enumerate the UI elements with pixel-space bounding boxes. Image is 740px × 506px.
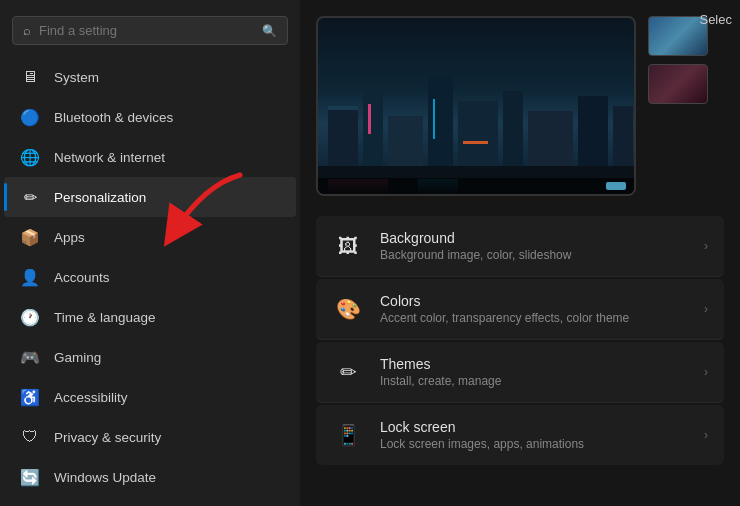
accounts-icon: 👤 — [20, 267, 40, 287]
sidebar-item-accounts[interactable]: 👤Accounts — [4, 257, 296, 297]
wallpaper-thumb-2[interactable] — [648, 64, 708, 104]
sidebar-item-accessibility[interactable]: ♿Accessibility — [4, 377, 296, 417]
privacy-icon: 🛡 — [20, 427, 40, 447]
colors-chevron-icon: › — [704, 302, 708, 316]
sidebar-item-label-apps: Apps — [54, 230, 85, 245]
colors-description: Accent color, transparency effects, colo… — [380, 311, 629, 325]
sidebar-item-label-system: System — [54, 70, 99, 85]
nav-list: 🖥System🔵Bluetooth & devices🌐Network & in… — [0, 57, 300, 497]
themes-icon: ✏ — [332, 356, 364, 388]
sidebar-item-gaming[interactable]: 🎮Gaming — [4, 337, 296, 377]
search-submit-icon: 🔍 — [262, 24, 277, 38]
lockscreen-title: Lock screen — [380, 419, 584, 435]
settings-item-colors[interactable]: 🎨ColorsAccent color, transparency effect… — [316, 279, 724, 340]
themes-description: Install, create, manage — [380, 374, 501, 388]
preview-area — [316, 16, 724, 196]
side-previews — [648, 16, 708, 196]
themes-title: Themes — [380, 356, 501, 372]
system-icon: 🖥 — [20, 67, 40, 87]
lockscreen-description: Lock screen images, apps, animations — [380, 437, 584, 451]
sidebar-item-label-bluetooth: Bluetooth & devices — [54, 110, 173, 125]
network-icon: 🌐 — [20, 147, 40, 167]
select-label: Selec — [691, 8, 740, 31]
gaming-icon: 🎮 — [20, 347, 40, 367]
apps-icon: 📦 — [20, 227, 40, 247]
sidebar-item-label-time: Time & language — [54, 310, 156, 325]
sidebar-item-label-accessibility: Accessibility — [54, 390, 128, 405]
sidebar-item-update[interactable]: 🔄Windows Update — [4, 457, 296, 497]
sidebar-item-privacy[interactable]: 🛡Privacy & security — [4, 417, 296, 457]
sidebar-item-label-privacy: Privacy & security — [54, 430, 161, 445]
settings-item-background[interactable]: 🖼BackgroundBackground image, color, slid… — [316, 216, 724, 277]
sidebar-item-label-accounts: Accounts — [54, 270, 110, 285]
search-input[interactable] — [39, 23, 254, 38]
sidebar-item-system[interactable]: 🖥System — [4, 57, 296, 97]
background-chevron-icon: › — [704, 239, 708, 253]
sidebar-item-label-update: Windows Update — [54, 470, 156, 485]
personalization-icon: ✏ — [20, 187, 40, 207]
background-description: Background image, color, slideshow — [380, 248, 571, 262]
themes-chevron-icon: › — [704, 365, 708, 379]
sidebar-item-label-network: Network & internet — [54, 150, 165, 165]
lockscreen-icon: 📱 — [332, 419, 364, 451]
colors-text: ColorsAccent color, transparency effects… — [380, 293, 629, 325]
lockscreen-chevron-icon: › — [704, 428, 708, 442]
main-content: Selec — [300, 0, 740, 506]
settings-item-themes[interactable]: ✏ThemesInstall, create, manage› — [316, 342, 724, 403]
background-text: BackgroundBackground image, color, slide… — [380, 230, 571, 262]
colors-icon: 🎨 — [332, 293, 364, 325]
background-icon: 🖼 — [332, 230, 364, 262]
sidebar-item-network[interactable]: 🌐Network & internet — [4, 137, 296, 177]
sidebar: ⌕ 🔍 🖥System🔵Bluetooth & devices🌐Network … — [0, 0, 300, 506]
time-icon: 🕐 — [20, 307, 40, 327]
settings-list: 🖼BackgroundBackground image, color, slid… — [316, 216, 724, 465]
sidebar-item-label-personalization: Personalization — [54, 190, 146, 205]
background-title: Background — [380, 230, 571, 246]
sidebar-item-personalization[interactable]: ✏Personalization — [4, 177, 296, 217]
wallpaper-preview[interactable] — [316, 16, 636, 196]
search-icon: ⌕ — [23, 23, 31, 38]
lockscreen-text: Lock screenLock screen images, apps, ani… — [380, 419, 584, 451]
accessibility-icon: ♿ — [20, 387, 40, 407]
update-icon: 🔄 — [20, 467, 40, 487]
colors-title: Colors — [380, 293, 629, 309]
search-bar[interactable]: ⌕ 🔍 — [12, 16, 288, 45]
settings-item-lockscreen[interactable]: 📱Lock screenLock screen images, apps, an… — [316, 405, 724, 465]
sidebar-item-label-gaming: Gaming — [54, 350, 101, 365]
sidebar-item-time[interactable]: 🕐Time & language — [4, 297, 296, 337]
bluetooth-icon: 🔵 — [20, 107, 40, 127]
themes-text: ThemesInstall, create, manage — [380, 356, 501, 388]
sidebar-item-bluetooth[interactable]: 🔵Bluetooth & devices — [4, 97, 296, 137]
sidebar-item-apps[interactable]: 📦Apps — [4, 217, 296, 257]
